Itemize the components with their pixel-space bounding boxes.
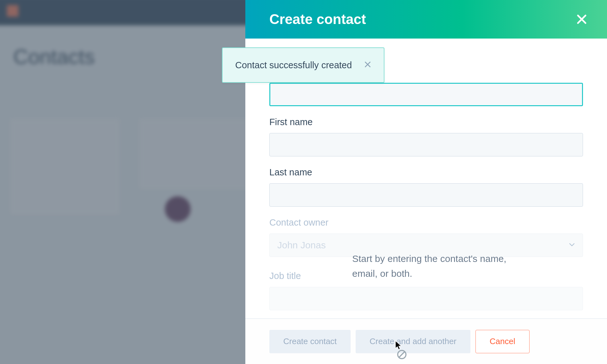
contact-owner-select[interactable]: John Jonas bbox=[269, 234, 583, 257]
close-icon bbox=[364, 60, 372, 69]
first-name-label: First name bbox=[269, 117, 583, 127]
contact-owner-label: Contact owner bbox=[269, 217, 583, 228]
close-panel-button[interactable] bbox=[574, 12, 589, 27]
toast-close-button[interactable] bbox=[362, 58, 374, 72]
create-and-add-another-button[interactable]: Create and add another bbox=[356, 330, 470, 353]
panel-header: Create contact bbox=[245, 0, 607, 39]
create-contact-button[interactable]: Create contact bbox=[269, 330, 351, 353]
contact-owner-value: John Jonas bbox=[277, 240, 326, 251]
toast-message: Contact successfully created bbox=[235, 60, 352, 70]
chevron-down-icon bbox=[569, 242, 575, 248]
success-toast: Contact successfully created bbox=[222, 47, 384, 83]
first-name-field[interactable] bbox=[269, 133, 583, 156]
panel-title: Create contact bbox=[269, 11, 366, 27]
last-name-field[interactable] bbox=[269, 183, 583, 207]
panel-footer: Create contact Create and add another Ca… bbox=[245, 318, 607, 364]
email-field[interactable] bbox=[269, 83, 583, 106]
last-name-label: Last name bbox=[269, 167, 583, 178]
job-title-label: Job title bbox=[269, 271, 583, 281]
cancel-button[interactable]: Cancel bbox=[475, 330, 530, 353]
close-icon bbox=[576, 14, 587, 25]
job-title-field[interactable] bbox=[269, 287, 583, 310]
